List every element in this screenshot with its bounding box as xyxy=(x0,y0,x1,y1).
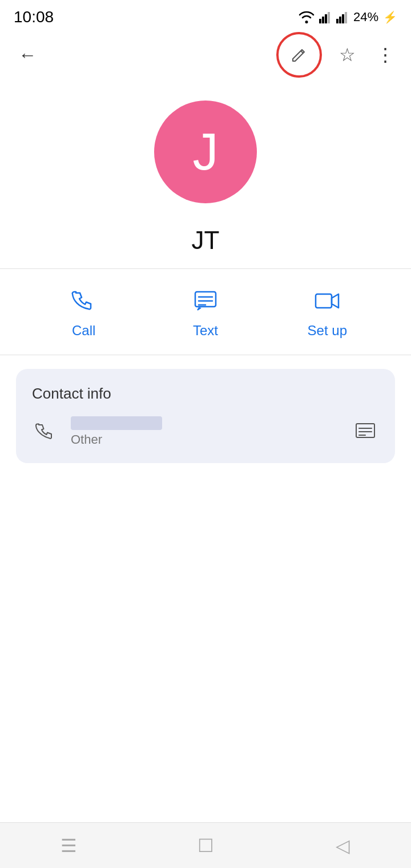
signal-icon-1 xyxy=(319,11,332,23)
phone-number-bar xyxy=(71,416,162,430)
edit-button-wrapper[interactable] xyxy=(276,32,322,78)
actions-row: Call Text Set up xyxy=(0,269,411,355)
avatar: J xyxy=(154,101,257,203)
battery-text: 24% xyxy=(353,10,378,25)
svg-rect-3 xyxy=(328,12,330,23)
message-icon xyxy=(355,421,376,442)
contact-info-row: Other xyxy=(32,416,379,447)
contact-name-section: JT xyxy=(0,215,411,268)
svg-rect-0 xyxy=(319,19,321,23)
svg-rect-4 xyxy=(336,19,339,23)
call-action[interactable]: Call xyxy=(55,285,112,339)
contact-info-title: Contact info xyxy=(32,385,379,403)
svg-rect-7 xyxy=(345,12,347,23)
star-button[interactable]: ☆ xyxy=(331,39,363,71)
text-action[interactable]: Text xyxy=(177,285,234,339)
svg-rect-12 xyxy=(316,294,332,308)
svg-rect-1 xyxy=(322,17,324,23)
app-bar-left: ← xyxy=(11,39,43,71)
video-icon xyxy=(315,288,340,314)
status-bar: 10:08 24% ⚡ xyxy=(0,0,411,32)
call-icon xyxy=(71,288,96,314)
contact-info-section: Contact info Other xyxy=(0,355,411,477)
wifi-icon xyxy=(299,11,315,23)
svg-rect-6 xyxy=(342,14,344,23)
edit-icon xyxy=(291,46,308,63)
contact-name: JT xyxy=(192,226,220,255)
battery-bolt: ⚡ xyxy=(383,10,397,24)
more-icon: ⋮ xyxy=(376,44,396,66)
phone-label: Other xyxy=(71,432,340,447)
svg-rect-2 xyxy=(325,14,327,23)
nav-back-icon: ◁ xyxy=(336,835,350,857)
nav-menu-button[interactable]: ☰ xyxy=(46,829,91,863)
status-icons: 24% ⚡ xyxy=(299,10,397,25)
avatar-letter: J xyxy=(193,123,219,182)
setup-action[interactable]: Set up xyxy=(299,285,356,339)
app-bar: ← ☆ ⋮ xyxy=(0,32,411,78)
message-icon-button[interactable] xyxy=(352,418,379,445)
phone-info: Other xyxy=(71,416,340,447)
avatar-section: J xyxy=(0,78,411,215)
app-bar-right: ☆ ⋮ xyxy=(276,32,400,78)
text-icon-wrap xyxy=(190,285,221,317)
edit-button[interactable] xyxy=(283,39,315,71)
call-label: Call xyxy=(72,323,95,339)
back-arrow-icon: ← xyxy=(18,45,37,66)
svg-rect-5 xyxy=(339,17,341,23)
nav-menu-icon: ☰ xyxy=(61,835,77,857)
setup-icon-wrap xyxy=(311,285,343,317)
nav-home-icon: ☐ xyxy=(198,835,214,857)
back-button[interactable]: ← xyxy=(11,39,43,71)
call-icon-wrap xyxy=(68,285,100,317)
nav-back-button[interactable]: ◁ xyxy=(320,829,365,863)
signal-icon-2 xyxy=(336,11,349,23)
contact-info-card: Contact info Other xyxy=(16,369,395,463)
text-icon xyxy=(193,288,218,314)
phone-icon xyxy=(35,421,56,442)
more-button[interactable]: ⋮ xyxy=(372,39,400,71)
status-time: 10:08 xyxy=(14,8,54,26)
nav-home-button[interactable]: ☐ xyxy=(183,829,228,863)
star-icon: ☆ xyxy=(339,44,356,66)
phone-icon-wrap xyxy=(32,418,59,445)
nav-bar: ☰ ☐ ◁ xyxy=(0,822,411,868)
text-label: Text xyxy=(193,323,218,339)
setup-label: Set up xyxy=(308,323,347,339)
